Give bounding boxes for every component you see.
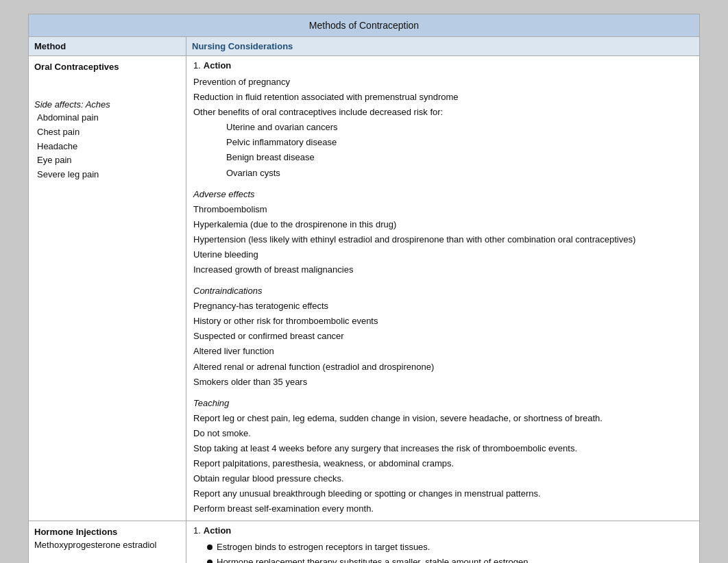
teaching-item: Report leg or chest pain, leg edema, sud… [193, 411, 692, 426]
section-heading-hormone: Action [204, 525, 231, 536]
nursing-cell-hormone: 1. Action Estrogen binds to estrogen rec… [186, 521, 699, 563]
method-cell-oral: Oral Contraceptives Side affects: Aches … [29, 56, 186, 521]
nursing-cell-oral: 1. Action Prevention of pregnancy Reduct… [186, 56, 699, 521]
teaching-item: Obtain regular blood pressure checks. [193, 471, 692, 486]
nursing-sub-item: Pelvic inflammatory disease [193, 135, 692, 150]
teaching-label: Teaching [193, 398, 692, 408]
side-effect-item: Abdominal pain [34, 111, 180, 125]
teaching-item: Perform breast self-examination every mo… [193, 501, 692, 516]
nursing-sub-item: Benign breast disease [193, 150, 692, 165]
method-name-hormone: Hormone Injections [34, 527, 180, 537]
bullet-text: Estrogen binds to estrogen receptors in … [217, 540, 430, 555]
contraindication-item: Pregnancy-has teratogenic effects [193, 299, 692, 314]
bullet-icon [207, 545, 213, 550]
section-heading: Action [204, 60, 231, 71]
side-effect-item: Eye pain [34, 153, 180, 168]
side-effect-item: Chest pain [34, 125, 180, 140]
side-effects-label: Side affects: Aches [34, 99, 180, 110]
teaching-item: Report palpitations, paresthesia, weakne… [193, 456, 692, 471]
nursing-sub-item: Uterine and ovarian cancers [193, 120, 692, 135]
adverse-item: Uterine bleeding [193, 247, 692, 262]
main-container: Methods of Contraception Method Nursing … [28, 14, 700, 563]
side-effect-item: Headache [34, 140, 180, 154]
method-cell-hormone: Hormone Injections Methoxyprogesterone e… [29, 521, 186, 563]
section-number-hormone: 1. [193, 525, 201, 536]
adverse-item: Increased growth of breast malignancies [193, 262, 692, 277]
page-title: Methods of Contraception [29, 14, 699, 37]
contraindication-item: Smokers older than 35 years [193, 375, 692, 390]
method-sub-name: Methoxyprogesterone estradiol [34, 540, 180, 550]
bullet-item: Estrogen binds to estrogen receptors in … [193, 540, 692, 555]
adverse-item: Thromboembolism [193, 202, 692, 217]
contraindication-item: Suspected or confirmed breast cancer [193, 329, 692, 344]
side-effect-item: Severe leg pain [34, 168, 180, 182]
contraindication-item: History or other risk for thromboembolic… [193, 314, 692, 329]
bullet-item: Hormone replacement therapy substitutes … [193, 555, 692, 563]
adverse-label: Adverse effects [193, 189, 692, 199]
contraindications-label: Contraindications [193, 286, 692, 296]
action-header-hormone: 1. Action [193, 525, 692, 537]
action-header: 1. Action [193, 60, 692, 72]
table-row: Oral Contraceptives Side affects: Aches … [29, 56, 699, 521]
contraindication-item: Altered renal or adrenal function (estra… [193, 360, 692, 375]
nursing-header: Nursing Considerations [186, 37, 699, 55]
contraindication-item: Altered liver function [193, 344, 692, 359]
nursing-item: Reduction in fluid retention associated … [193, 90, 692, 105]
method-header: Method [29, 37, 186, 55]
table-row: Hormone Injections Methoxyprogesterone e… [29, 521, 699, 563]
adverse-item: Hyperkalemia (due to the drospirenone in… [193, 217, 692, 232]
method-name-oral: Oral Contraceptives [34, 62, 180, 72]
nursing-item: Other benefits of oral contraceptives in… [193, 105, 692, 120]
adverse-item: Hypertension (less likely with ethinyl e… [193, 232, 692, 247]
section-number: 1. [193, 60, 201, 71]
teaching-item: Report any unusual breakthrough bleeding… [193, 486, 692, 501]
bullet-icon [207, 560, 213, 563]
teaching-item: Stop taking at least 4 weeks before any … [193, 441, 692, 456]
teaching-item: Do not smoke. [193, 426, 692, 441]
nursing-item: Prevention of pregnancy [193, 75, 692, 90]
column-headers: Method Nursing Considerations [29, 37, 699, 56]
nursing-sub-item: Ovarian cysts [193, 166, 692, 181]
bullet-text: Hormone replacement therapy substitutes … [217, 555, 531, 563]
